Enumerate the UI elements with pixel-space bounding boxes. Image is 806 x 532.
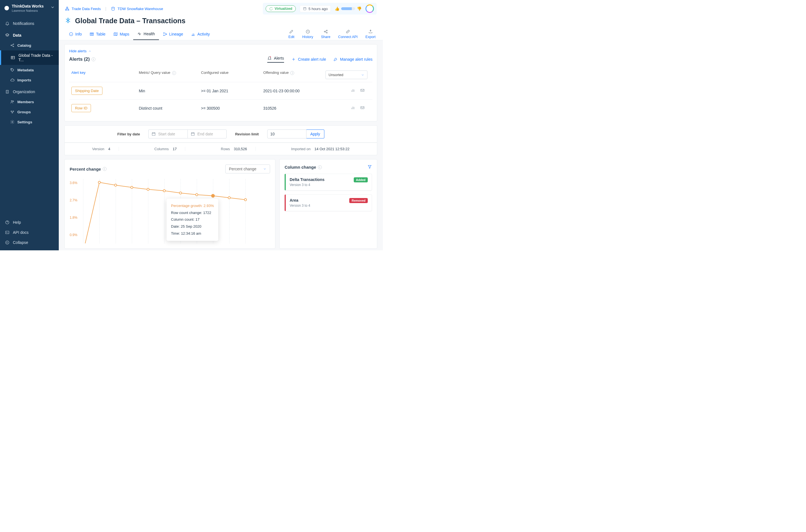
svg-point-2 [13,44,14,45]
calendar-icon [303,7,307,11]
svg-rect-18 [68,10,69,11]
chevron-down-icon [361,73,364,77]
nav-catalog[interactable]: Catalog [10,40,59,50]
crumb-label: TDW Snowflake Warehouse [117,7,163,11]
brand-name: ThinkData Works [12,4,44,8]
nav-api-docs[interactable]: API docs [0,227,59,238]
svg-rect-17 [65,10,67,11]
col-label: Metric/ Query value [139,71,170,75]
svg-point-3 [13,46,14,47]
tab-activity[interactable]: Activity [187,28,213,40]
nav-members[interactable]: Members [10,97,59,107]
plus-icon [291,57,296,61]
nav-data-heading[interactable]: Data [0,30,59,40]
info-icon[interactable]: i [172,71,176,75]
col-alert-key[interactable]: Alert key [71,71,139,79]
action-history[interactable]: History [302,30,313,39]
action-edit[interactable]: Edit [288,30,295,39]
start-date-input[interactable]: Start date [148,130,188,138]
thumbs-down-icon[interactable]: 👎 [357,6,361,11]
svg-point-9 [11,111,12,112]
revision-limit-input[interactable]: 10 [267,130,306,138]
tab-table[interactable]: Table [86,28,109,40]
info-icon[interactable]: i [103,167,107,171]
svg-point-7 [11,100,12,101]
svg-point-11 [12,112,13,113]
action-share[interactable]: Share [321,30,330,39]
chart-area: 3.6% 2.7% 1.8% 0.9% [70,179,270,243]
brand-block[interactable]: ThinkData Works Lawrence Nabeara [0,0,59,16]
tabs: Info Table Maps Health Lineage Activity … [59,28,383,40]
info-icon[interactable]: i [290,71,294,75]
meta-label: Version [92,147,104,151]
col-item-sub: Version 3 to 4 [290,183,325,187]
bar-chart-icon[interactable] [351,106,355,111]
info-icon[interactable]: i [318,165,322,169]
time-label: 5 hours ago [308,7,328,11]
nav-settings[interactable]: Settings [10,117,59,127]
svg-point-40 [195,193,198,196]
thumbs-up-icon[interactable]: 👍 [335,6,339,11]
nav-collapse[interactable]: Collapse [0,238,59,248]
nav-metadata[interactable]: Metadata [10,65,59,75]
crumb-trade-data-feeds[interactable]: Trade Data Feeds [65,6,101,11]
alert-key-chip[interactable]: Row ID [71,104,91,112]
share-icon [323,30,328,34]
nav-organization[interactable]: Organization [0,87,59,97]
nav-global-trade-data[interactable]: Global Trade Data - T... [0,50,59,65]
nav-imports[interactable]: Imports [10,75,59,85]
tab-info[interactable]: Info [65,28,86,40]
col-item-name: Area [290,198,310,203]
vote-widget[interactable]: 👍 👎 [335,6,361,11]
cell-offending: 310526 [263,106,325,111]
nav-groups[interactable]: Groups [10,107,59,117]
virtualized-badge: Virtualized [266,5,296,12]
tab-lineage[interactable]: Lineage [159,28,187,40]
mail-icon[interactable] [360,106,365,111]
mail-icon[interactable] [360,88,365,93]
apply-button[interactable]: Apply [306,130,324,138]
nav-label: Imports [17,78,31,82]
svg-marker-44 [368,165,371,168]
column-change-item[interactable]: Area Version 3 to 4 Removed [285,194,372,211]
alerts-tab-manage[interactable]: Manage alert rules [333,57,373,61]
nav-help[interactable]: Help [0,217,59,227]
col-metric: Metric/ Query valuei [139,71,201,79]
svg-point-37 [147,188,149,190]
cloud-icon [10,78,15,82]
end-date-input[interactable]: End date [188,130,227,138]
info-icon [69,32,73,36]
nav-label: Data [13,33,21,37]
chart-selector[interactable]: Percent change [225,165,270,173]
tab-health[interactable]: Health [133,28,159,40]
avatar[interactable] [365,4,374,13]
hide-alerts-toggle[interactable]: Hide alerts [69,49,373,53]
action-export[interactable]: Export [365,30,376,39]
svg-rect-22 [90,33,93,35]
column-change-item[interactable]: Delta Transactions Version 3 to 4 Added [285,174,372,190]
sort-select[interactable]: Unsorted [325,71,368,79]
action-connect-api[interactable]: Connect API [338,30,358,39]
tab-label: Info [75,32,82,36]
svg-point-38 [163,190,165,192]
bar-chart-icon[interactable] [351,88,355,93]
crumb-tdw-snowflake[interactable]: TDW Snowflake Warehouse [111,6,163,11]
alert-key-chip[interactable]: Shipping Date [71,87,102,95]
nav-notifications[interactable]: Notifications [0,18,59,28]
selector-value: Percent change [229,167,256,171]
alerts-tab-create[interactable]: Create alert rule [291,57,326,61]
nav-label: Help [13,220,21,225]
svg-point-25 [166,34,167,35]
tab-maps[interactable]: Maps [109,28,133,40]
nav-label: Notifications [13,21,34,26]
svg-rect-4 [11,56,15,59]
nav-label: Global Trade Data - T... [18,53,54,62]
chevron-down-icon [263,167,266,171]
brand-user: Lawrence Nabeara [12,9,44,12]
info-icon[interactable]: i [92,57,95,61]
alerts-tab-alerts[interactable]: Alerts [267,56,284,63]
meta-label: Columns [154,147,169,151]
revision-limit-label: Revision limit [235,132,259,136]
filter-icon[interactable] [368,165,372,170]
chevron-down-icon[interactable] [50,5,55,11]
